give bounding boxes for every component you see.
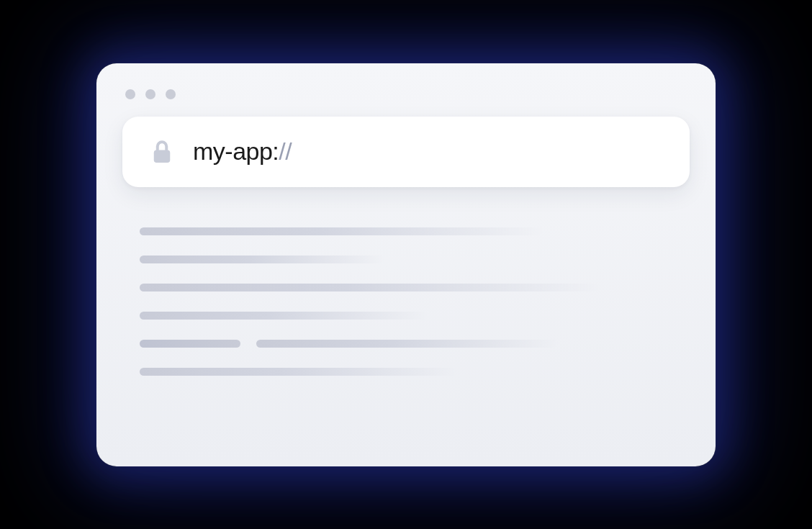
placeholder-line (140, 227, 543, 235)
address-bar[interactable]: my-app:// (122, 117, 690, 187)
placeholder-line (140, 256, 384, 263)
placeholder-line (140, 368, 456, 376)
window-minimize-button[interactable] (145, 89, 155, 99)
placeholder-line (140, 284, 600, 291)
placeholder-line (256, 340, 559, 348)
placeholder-line (140, 340, 240, 348)
svg-rect-0 (154, 150, 171, 163)
url-scheme: my-app: (193, 137, 279, 165)
window-close-button[interactable] (125, 89, 135, 99)
lock-icon (151, 139, 173, 165)
page-content-placeholder (122, 187, 690, 376)
url-text: my-app:// (193, 137, 292, 166)
window-title-bar (122, 85, 690, 117)
window-maximize-button[interactable] (166, 89, 176, 99)
browser-window: my-app:// (96, 63, 716, 466)
url-separator: // (279, 137, 292, 165)
placeholder-line (140, 312, 428, 320)
